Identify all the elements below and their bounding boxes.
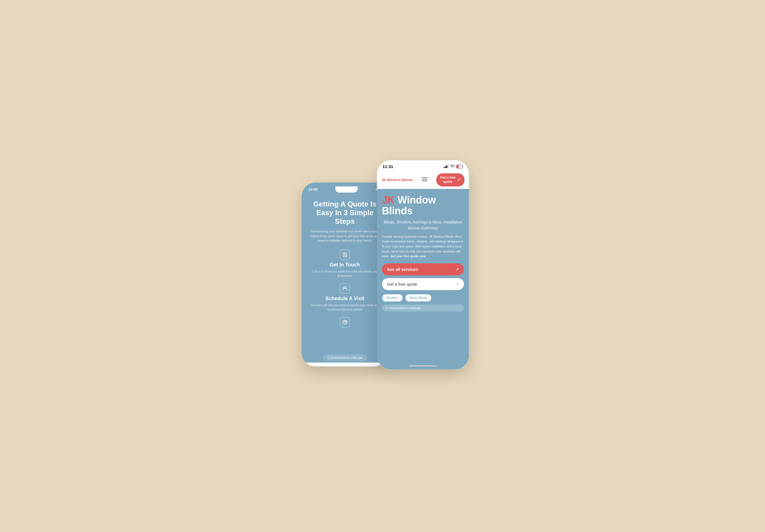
- back-step3-icon: [340, 317, 350, 327]
- services-btn-label: See all services: [387, 267, 418, 272]
- get-free-quote-button[interactable]: Get a free quote ↗: [382, 278, 464, 290]
- brand-accent: JK: [382, 194, 395, 206]
- back-status-bar: 10:05 ●●●: [302, 183, 388, 194]
- tab-velux-blinds[interactable]: Velux Blinds: [405, 294, 431, 302]
- back-url: jkwindowblinds.netlify.app: [331, 356, 363, 359]
- lock-icon-front: [386, 306, 388, 309]
- front-tabs-row: Shutters Velux Blinds: [382, 294, 464, 302]
- back-step2: Schedule A Visit Our team will visit you…: [307, 283, 382, 311]
- front-tagline: Blinds, Shutters, Awnings & More, Instal…: [382, 219, 464, 231]
- front-nav-logo: JK Window Blinds: [382, 178, 413, 182]
- front-nav-bar: JK Window Blinds Get a free quote ↗: [377, 171, 469, 189]
- nav-logo-accent: JK: [382, 178, 386, 182]
- scene: 10:05 ●●● Getting A Quote Is Easy In 3 S…: [288, 152, 477, 380]
- users-icon: [342, 285, 348, 291]
- back-step2-icon: [340, 283, 350, 293]
- back-time: 10:05: [308, 187, 318, 192]
- svg-point-2: [345, 287, 347, 288]
- nav-cta-arrow: ↗: [457, 177, 460, 182]
- document-icon: [342, 252, 348, 258]
- front-brand-title: JK Window Blinds: [382, 195, 464, 217]
- svg-rect-10: [462, 166, 463, 167]
- services-btn-arrow: ↗: [455, 267, 459, 271]
- hamburger-icon[interactable]: [422, 177, 427, 182]
- back-home-indicator: [334, 363, 356, 364]
- svg-rect-4: [328, 357, 329, 359]
- quote-btn-label: Get a free quote: [387, 282, 417, 286]
- phone-back: 10:05 ●●● Getting A Quote Is Easy In 3 S…: [302, 183, 388, 366]
- tab-shutters[interactable]: Shutters: [382, 294, 403, 302]
- nav-logo-rest: Window Blinds: [386, 178, 413, 182]
- back-step1-title: Get In Touch: [330, 262, 360, 268]
- quote-btn-arrow: ↗: [455, 282, 459, 286]
- see-all-services-button[interactable]: See all services ↗: [382, 264, 464, 275]
- back-content: Getting A Quote Is Easy In 3 Simple Step…: [302, 194, 388, 362]
- signal-icon: [444, 165, 449, 168]
- front-url-bar: jkwindowblinds.netlify.app: [382, 304, 464, 311]
- back-step3: [307, 317, 382, 327]
- phone-front: 11:31: [377, 160, 469, 369]
- back-step1-icon: [340, 250, 350, 260]
- front-home-indicator: [409, 365, 437, 366]
- back-step1-desc: Call us or fill out our online form with…: [307, 269, 382, 278]
- front-status-right: [444, 165, 463, 168]
- svg-rect-8: [448, 165, 448, 168]
- front-url-text: jkwindowblinds.netlify.app: [389, 306, 421, 309]
- svg-rect-7: [446, 165, 447, 168]
- front-main-content: JK Window Blinds Blinds, Shutters, Awnin…: [377, 189, 469, 369]
- battery-icon: [456, 165, 463, 168]
- back-step2-title: Schedule A Visit: [325, 296, 364, 301]
- back-step2-desc: Our team will visit your home to assess …: [307, 303, 382, 311]
- nav-cta-line2: quote: [440, 180, 455, 184]
- nav-cta-button[interactable]: Get a free quote ↗: [436, 173, 464, 187]
- svg-rect-5: [444, 167, 445, 168]
- front-time: 11:31: [382, 164, 393, 169]
- calendar-icon: [342, 319, 348, 325]
- back-step1: Get In Touch Call us or fill out our onl…: [307, 250, 382, 278]
- svg-rect-6: [445, 166, 446, 168]
- back-url-bar: jkwindowblinds.netlify.app: [323, 354, 367, 361]
- svg-rect-12: [386, 308, 388, 309]
- lock-icon: [327, 356, 330, 359]
- front-description: Proudly serving Guernsey homes, JK Windo…: [382, 235, 464, 259]
- nav-cta-line1: Get a free: [440, 176, 455, 180]
- back-hero-title: Getting A Quote Is Easy In 3 Simple Step…: [307, 200, 382, 226]
- back-hero-sub: Transforming your windows has never been…: [307, 229, 382, 243]
- svg-rect-3: [343, 320, 347, 324]
- wifi-icon: [450, 165, 455, 168]
- svg-point-1: [343, 287, 345, 288]
- svg-rect-11: [457, 165, 459, 168]
- front-status-bar: 11:31: [377, 160, 469, 171]
